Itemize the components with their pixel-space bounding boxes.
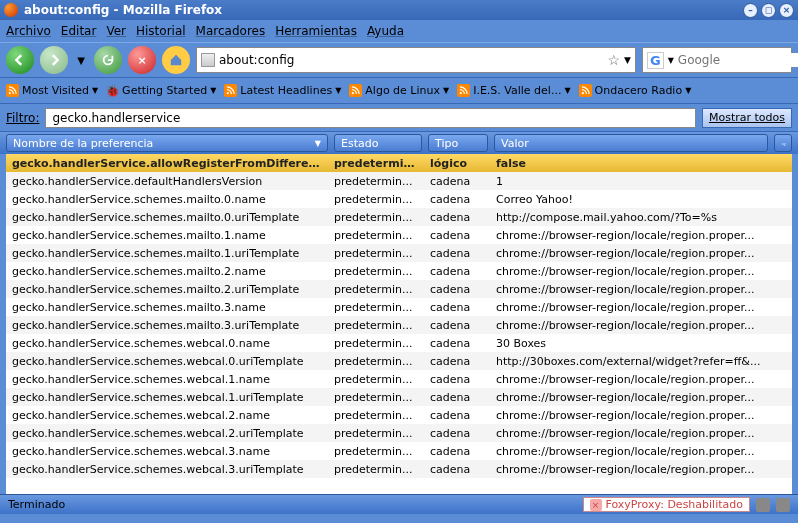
menubar: Archivo Editar Ver Historial Marcadores … [0, 20, 798, 42]
pref-row[interactable]: gecko.handlerService.defaultHandlersVers… [6, 172, 792, 190]
cell-type: cadena [424, 427, 490, 440]
cell-value: chrome://browser-region/locale/region.pr… [490, 247, 792, 260]
cell-value: chrome://browser-region/locale/region.pr… [490, 463, 792, 476]
col-type[interactable]: Tipo [428, 134, 488, 152]
cell-state: predetermin... [328, 301, 424, 314]
rss-icon [349, 84, 362, 97]
menu-ayuda[interactable]: Ayuda [367, 24, 404, 38]
col-state[interactable]: Estado [334, 134, 422, 152]
menu-editar[interactable]: Editar [61, 24, 97, 38]
cell-name: gecko.handlerService.schemes.mailto.3.ur… [6, 319, 328, 332]
cell-name: gecko.handlerService.schemes.mailto.3.na… [6, 301, 328, 314]
cell-name: gecko.handlerService.defaultHandlersVers… [6, 175, 328, 188]
cell-value: 30 Boxes [490, 337, 792, 350]
bookmark-item[interactable]: Latest Headlines▼ [224, 84, 341, 97]
pref-row[interactable]: gecko.handlerService.schemes.mailto.1.ur… [6, 244, 792, 262]
filter-label: Filtro: [6, 111, 39, 125]
cell-name: gecko.handlerService.schemes.webcal.2.ur… [6, 427, 328, 440]
foxyproxy-close-icon[interactable]: × [590, 499, 602, 511]
menu-archivo[interactable]: Archivo [6, 24, 51, 38]
status-icon-1[interactable] [756, 498, 770, 512]
cell-value: chrome://browser-region/locale/region.pr… [490, 283, 792, 296]
pref-row[interactable]: gecko.handlerService.schemes.webcal.1.ur… [6, 388, 792, 406]
cell-type: cadena [424, 211, 490, 224]
pref-row[interactable]: gecko.handlerService.schemes.mailto.2.na… [6, 262, 792, 280]
pref-row[interactable]: gecko.handlerService.schemes.webcal.3.na… [6, 442, 792, 460]
cell-value: Correo Yahoo! [490, 193, 792, 206]
menu-herramientas[interactable]: Herramientas [275, 24, 357, 38]
cell-type: cadena [424, 373, 490, 386]
menu-ver[interactable]: Ver [106, 24, 126, 38]
col-value[interactable]: Valor [494, 134, 768, 152]
maximize-button[interactable]: ◻ [761, 3, 776, 18]
bookmark-item[interactable]: 🐞Getting Started▼ [106, 84, 216, 97]
cell-state: predetermin... [328, 283, 424, 296]
cell-name: gecko.handlerService.schemes.mailto.0.na… [6, 193, 328, 206]
bookmark-item[interactable]: Most Visited▼ [6, 84, 98, 97]
status-icon-2[interactable] [776, 498, 790, 512]
pref-row[interactable]: gecko.handlerService.schemes.webcal.0.ur… [6, 352, 792, 370]
cell-type: cadena [424, 247, 490, 260]
titlebar[interactable]: about:config - Mozilla Firefox – ◻ × [0, 0, 798, 20]
cell-state: predetermin... [328, 373, 424, 386]
cell-name: gecko.handlerService.schemes.mailto.1.na… [6, 229, 328, 242]
cell-state: predetermin... [328, 247, 424, 260]
rss-icon [579, 84, 592, 97]
cell-state: predetermin... [328, 175, 424, 188]
bookmark-item[interactable]: I.E.S. Valle del...▼ [457, 84, 570, 97]
foxyproxy-status[interactable]: × FoxyProxy: Deshabilitado [583, 497, 750, 512]
reload-button[interactable] [94, 46, 122, 74]
cell-type: cadena [424, 463, 490, 476]
bookmark-star-icon[interactable]: ☆ [608, 52, 621, 68]
cell-name: gecko.handlerService.schemes.mailto.2.na… [6, 265, 328, 278]
pref-row[interactable]: gecko.handlerService.schemes.mailto.3.na… [6, 298, 792, 316]
pref-row[interactable]: gecko.handlerService.schemes.webcal.3.ur… [6, 460, 792, 478]
url-bar[interactable]: ☆ ▼ [196, 47, 636, 73]
pref-row[interactable]: gecko.handlerService.allowRegisterFromDi… [6, 154, 792, 172]
svg-point-0 [9, 92, 11, 94]
cell-name: gecko.handlerService.schemes.webcal.3.ur… [6, 463, 328, 476]
bookmark-item[interactable]: Ondacero Radio▼ [579, 84, 692, 97]
pref-row[interactable]: gecko.handlerService.schemes.mailto.2.ur… [6, 280, 792, 298]
col-picker[interactable]: ⨪ [774, 134, 792, 152]
google-icon[interactable]: G [647, 52, 664, 69]
cell-type: cadena [424, 319, 490, 332]
pref-row[interactable]: gecko.handlerService.schemes.webcal.2.na… [6, 406, 792, 424]
bookmark-label: Ondacero Radio [595, 84, 683, 97]
stop-button[interactable]: × [128, 46, 156, 74]
pref-row[interactable]: gecko.handlerService.schemes.webcal.0.na… [6, 334, 792, 352]
pref-row[interactable]: gecko.handlerService.schemes.webcal.2.ur… [6, 424, 792, 442]
col-name[interactable]: Nombre de la preferencia▼ [6, 134, 328, 152]
search-input[interactable] [678, 53, 798, 67]
pref-row[interactable]: gecko.handlerService.schemes.mailto.1.na… [6, 226, 792, 244]
filter-input[interactable] [45, 108, 695, 128]
nav-toolbar: ▼ × ☆ ▼ G▼ 🔍 [0, 42, 798, 78]
prefs-table[interactable]: gecko.handlerService.allowRegisterFromDi… [0, 154, 798, 494]
search-bar[interactable]: G▼ 🔍 [642, 47, 792, 73]
cell-name: gecko.handlerService.schemes.webcal.1.na… [6, 373, 328, 386]
pref-row[interactable]: gecko.handlerService.schemes.mailto.0.na… [6, 190, 792, 208]
home-button[interactable] [162, 46, 190, 74]
search-engine-dropdown[interactable]: ▼ [668, 56, 674, 65]
bookmark-item[interactable]: Algo de Linux▼ [349, 84, 449, 97]
menu-historial[interactable]: Historial [136, 24, 186, 38]
cell-state: predetermin... [328, 337, 424, 350]
menu-marcadores[interactable]: Marcadores [196, 24, 266, 38]
rss-icon [457, 84, 470, 97]
pref-row[interactable]: gecko.handlerService.schemes.mailto.3.ur… [6, 316, 792, 334]
cell-value: chrome://browser-region/locale/region.pr… [490, 445, 792, 458]
pref-row[interactable]: gecko.handlerService.schemes.mailto.0.ur… [6, 208, 792, 226]
show-all-button[interactable]: Mostrar todos [702, 108, 792, 128]
close-button[interactable]: × [779, 3, 794, 18]
url-input[interactable] [219, 53, 604, 67]
minimize-button[interactable]: – [743, 3, 758, 18]
cell-type: lógico [424, 157, 490, 170]
pref-row[interactable]: gecko.handlerService.schemes.webcal.1.na… [6, 370, 792, 388]
column-headers: Nombre de la preferencia▼ Estado Tipo Va… [0, 132, 798, 154]
history-dropdown[interactable]: ▼ [74, 46, 88, 74]
forward-button[interactable] [40, 46, 68, 74]
cell-state: predetermin... [328, 409, 424, 422]
url-dropdown-icon[interactable]: ▼ [624, 55, 631, 65]
back-button[interactable] [6, 46, 34, 74]
cell-value: chrome://browser-region/locale/region.pr… [490, 319, 792, 332]
